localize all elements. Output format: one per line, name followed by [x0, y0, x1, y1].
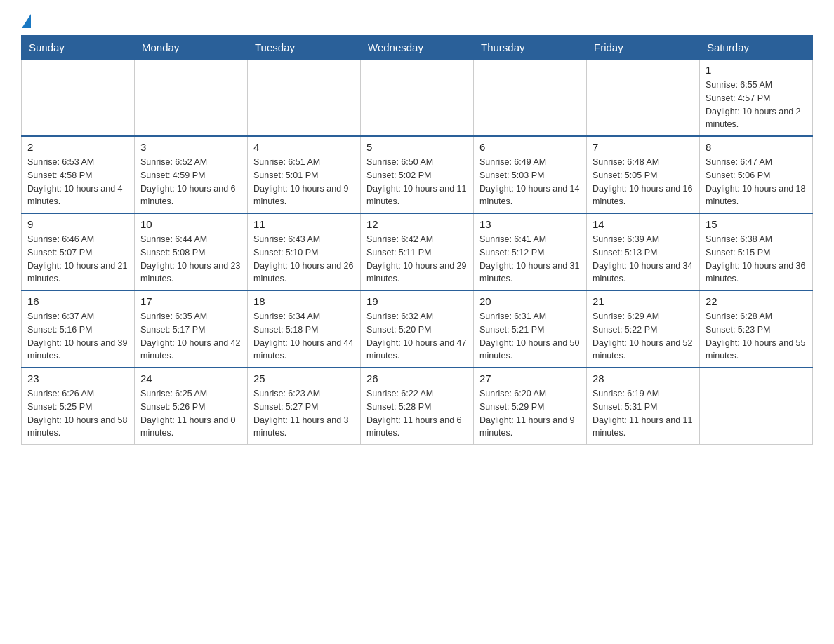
day-info: Sunrise: 6:23 AMSunset: 5:27 PMDaylight:… [253, 387, 355, 440]
day-number: 20 [479, 295, 581, 307]
weekday-header-wednesday: Wednesday [361, 36, 474, 60]
weekday-header-saturday: Saturday [700, 36, 813, 60]
calendar-cell: 5Sunrise: 6:50 AMSunset: 5:02 PMDaylight… [361, 136, 474, 213]
day-number: 15 [706, 218, 807, 230]
day-info: Sunrise: 6:39 AMSunset: 5:13 PMDaylight:… [593, 233, 694, 286]
day-info: Sunrise: 6:35 AMSunset: 5:17 PMDaylight:… [140, 310, 241, 363]
day-info: Sunrise: 6:41 AMSunset: 5:12 PMDaylight:… [479, 233, 581, 286]
day-info: Sunrise: 6:25 AMSunset: 5:26 PMDaylight:… [140, 387, 241, 440]
day-number: 10 [140, 218, 241, 230]
day-info: Sunrise: 6:29 AMSunset: 5:22 PMDaylight:… [593, 310, 694, 363]
day-info: Sunrise: 6:26 AMSunset: 5:25 PMDaylight:… [27, 387, 128, 440]
day-info: Sunrise: 6:32 AMSunset: 5:20 PMDaylight:… [366, 310, 468, 363]
page-header [21, 14, 813, 28]
calendar-week-row: 16Sunrise: 6:37 AMSunset: 5:16 PMDayligh… [22, 290, 813, 368]
day-number: 9 [27, 218, 128, 230]
calendar-cell: 15Sunrise: 6:38 AMSunset: 5:15 PMDayligh… [700, 213, 813, 290]
day-number: 28 [593, 373, 694, 384]
day-info: Sunrise: 6:31 AMSunset: 5:21 PMDaylight:… [479, 310, 581, 363]
day-number: 24 [140, 373, 241, 384]
day-info: Sunrise: 6:20 AMSunset: 5:29 PMDaylight:… [479, 387, 581, 440]
day-info: Sunrise: 6:53 AMSunset: 4:58 PMDaylight:… [27, 156, 128, 208]
day-info: Sunrise: 6:37 AMSunset: 5:16 PMDaylight:… [27, 310, 128, 363]
day-number: 4 [253, 141, 355, 153]
day-number: 2 [27, 141, 128, 153]
day-number: 16 [27, 295, 128, 307]
day-number: 11 [253, 218, 355, 230]
calendar-cell: 3Sunrise: 6:52 AMSunset: 4:59 PMDaylight… [135, 136, 248, 213]
logo-triangle-icon [22, 14, 31, 28]
day-info: Sunrise: 6:38 AMSunset: 5:15 PMDaylight:… [706, 233, 807, 286]
day-info: Sunrise: 6:48 AMSunset: 5:05 PMDaylight:… [593, 156, 694, 208]
calendar-cell: 20Sunrise: 6:31 AMSunset: 5:21 PMDayligh… [474, 290, 587, 368]
calendar-cell [361, 60, 474, 137]
day-number: 8 [706, 141, 807, 153]
calendar-cell: 26Sunrise: 6:22 AMSunset: 5:28 PMDayligh… [361, 368, 474, 445]
day-info: Sunrise: 6:47 AMSunset: 5:06 PMDaylight:… [706, 156, 807, 208]
calendar-week-row: 2Sunrise: 6:53 AMSunset: 4:58 PMDaylight… [22, 136, 813, 213]
calendar-cell: 7Sunrise: 6:48 AMSunset: 5:05 PMDaylight… [587, 136, 700, 213]
calendar-table: SundayMondayTuesdayWednesdayThursdayFrid… [21, 35, 813, 445]
day-number: 21 [593, 295, 694, 307]
calendar-cell: 19Sunrise: 6:32 AMSunset: 5:20 PMDayligh… [361, 290, 474, 368]
day-number: 5 [366, 141, 468, 153]
calendar-cell [474, 60, 587, 137]
calendar-cell [587, 60, 700, 137]
calendar-cell: 1Sunrise: 6:55 AMSunset: 4:57 PMDaylight… [700, 60, 813, 137]
calendar-cell: 11Sunrise: 6:43 AMSunset: 5:10 PMDayligh… [248, 213, 361, 290]
calendar-cell: 18Sunrise: 6:34 AMSunset: 5:18 PMDayligh… [248, 290, 361, 368]
day-info: Sunrise: 6:28 AMSunset: 5:23 PMDaylight:… [706, 310, 807, 363]
logo [21, 14, 31, 28]
calendar-cell: 16Sunrise: 6:37 AMSunset: 5:16 PMDayligh… [22, 290, 135, 368]
calendar-cell: 9Sunrise: 6:46 AMSunset: 5:07 PMDaylight… [22, 213, 135, 290]
day-number: 22 [706, 295, 807, 307]
calendar-cell: 14Sunrise: 6:39 AMSunset: 5:13 PMDayligh… [587, 213, 700, 290]
day-info: Sunrise: 6:43 AMSunset: 5:10 PMDaylight:… [253, 233, 355, 286]
day-info: Sunrise: 6:55 AMSunset: 4:57 PMDaylight:… [706, 79, 807, 131]
day-info: Sunrise: 6:42 AMSunset: 5:11 PMDaylight:… [366, 233, 468, 286]
day-number: 6 [479, 141, 581, 153]
calendar-cell: 2Sunrise: 6:53 AMSunset: 4:58 PMDaylight… [22, 136, 135, 213]
calendar-cell: 8Sunrise: 6:47 AMSunset: 5:06 PMDaylight… [700, 136, 813, 213]
day-number: 23 [27, 373, 128, 384]
calendar-cell [22, 60, 135, 137]
calendar-cell: 22Sunrise: 6:28 AMSunset: 5:23 PMDayligh… [700, 290, 813, 368]
calendar-cell: 13Sunrise: 6:41 AMSunset: 5:12 PMDayligh… [474, 213, 587, 290]
day-info: Sunrise: 6:19 AMSunset: 5:31 PMDaylight:… [593, 387, 694, 440]
calendar-week-row: 23Sunrise: 6:26 AMSunset: 5:25 PMDayligh… [22, 368, 813, 445]
day-number: 13 [479, 218, 581, 230]
weekday-header-friday: Friday [587, 36, 700, 60]
day-number: 25 [253, 373, 355, 384]
day-number: 7 [593, 141, 694, 153]
day-info: Sunrise: 6:46 AMSunset: 5:07 PMDaylight:… [27, 233, 128, 286]
calendar-cell: 12Sunrise: 6:42 AMSunset: 5:11 PMDayligh… [361, 213, 474, 290]
calendar-week-row: 1Sunrise: 6:55 AMSunset: 4:57 PMDaylight… [22, 60, 813, 137]
day-info: Sunrise: 6:44 AMSunset: 5:08 PMDaylight:… [140, 233, 241, 286]
day-number: 12 [366, 218, 468, 230]
calendar-cell: 27Sunrise: 6:20 AMSunset: 5:29 PMDayligh… [474, 368, 587, 445]
day-number: 26 [366, 373, 468, 384]
calendar-cell [248, 60, 361, 137]
day-info: Sunrise: 6:50 AMSunset: 5:02 PMDaylight:… [366, 156, 468, 208]
calendar-cell: 23Sunrise: 6:26 AMSunset: 5:25 PMDayligh… [22, 368, 135, 445]
day-info: Sunrise: 6:22 AMSunset: 5:28 PMDaylight:… [366, 387, 468, 440]
calendar-cell: 10Sunrise: 6:44 AMSunset: 5:08 PMDayligh… [135, 213, 248, 290]
day-info: Sunrise: 6:49 AMSunset: 5:03 PMDaylight:… [479, 156, 581, 208]
day-number: 3 [140, 141, 241, 153]
day-info: Sunrise: 6:34 AMSunset: 5:18 PMDaylight:… [253, 310, 355, 363]
calendar-cell: 25Sunrise: 6:23 AMSunset: 5:27 PMDayligh… [248, 368, 361, 445]
calendar-cell: 6Sunrise: 6:49 AMSunset: 5:03 PMDaylight… [474, 136, 587, 213]
calendar-cell [135, 60, 248, 137]
day-info: Sunrise: 6:51 AMSunset: 5:01 PMDaylight:… [253, 156, 355, 208]
day-number: 1 [706, 64, 807, 76]
day-number: 27 [479, 373, 581, 384]
day-info: Sunrise: 6:52 AMSunset: 4:59 PMDaylight:… [140, 156, 241, 208]
weekday-header-row: SundayMondayTuesdayWednesdayThursdayFrid… [22, 36, 813, 60]
day-number: 19 [366, 295, 468, 307]
calendar-cell: 21Sunrise: 6:29 AMSunset: 5:22 PMDayligh… [587, 290, 700, 368]
weekday-header-thursday: Thursday [474, 36, 587, 60]
day-number: 14 [593, 218, 694, 230]
calendar-header: SundayMondayTuesdayWednesdayThursdayFrid… [22, 36, 813, 60]
weekday-header-monday: Monday [135, 36, 248, 60]
calendar-body: 1Sunrise: 6:55 AMSunset: 4:57 PMDaylight… [22, 60, 813, 445]
